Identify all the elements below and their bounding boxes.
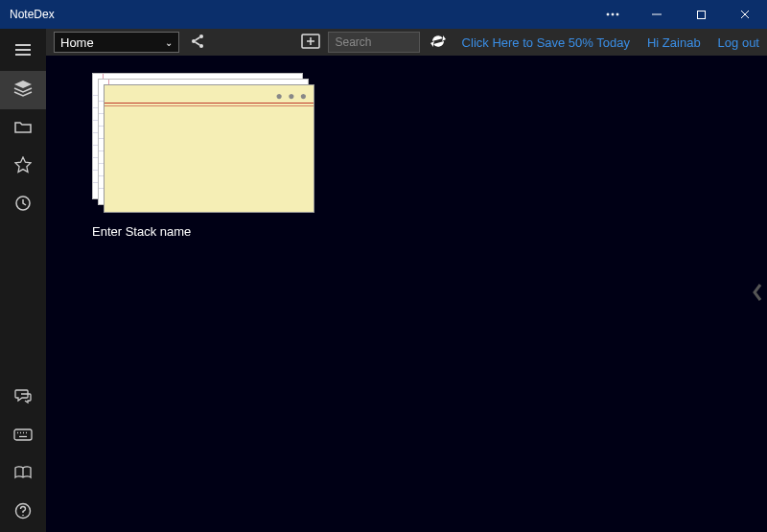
share-icon [190,34,205,52]
logout-link[interactable]: Log out [718,35,759,50]
toolbar-right-group: Click Here to Save 50% Today Hi Zainab L… [462,35,759,50]
sidebar-item-folders[interactable] [0,109,46,148]
svg-point-1 [612,13,614,15]
sidebar-item-favorites[interactable] [0,148,46,186]
sidebar-item-chat[interactable] [0,379,46,417]
svg-point-2 [616,13,618,15]
search-input[interactable] [328,32,420,53]
sync-button[interactable] [428,32,448,53]
stack-name-placeholder[interactable]: Enter Stack name [92,224,314,239]
sync-icon [430,34,447,52]
chat-icon [14,388,32,407]
svg-rect-4 [697,11,705,18]
hamburger-menu-button[interactable] [0,29,46,71]
stack-thumbnail: ● ● ● [92,73,314,215]
share-button[interactable] [187,32,207,53]
sidebar-item-recent[interactable] [0,186,46,224]
promo-link[interactable]: Click Here to Save 50% Today [462,35,630,50]
sidebar-item-keyboard[interactable] [0,417,46,455]
minimize-button[interactable] [635,0,679,29]
svg-point-21 [22,515,24,517]
user-greeting[interactable]: Hi Zainab [647,35,701,50]
svg-rect-13 [14,429,32,440]
svg-point-0 [607,13,609,15]
svg-marker-10 [14,81,32,88]
folder-icon [14,120,32,138]
keyboard-icon [13,428,33,445]
sidebar-item-help[interactable] [0,494,46,532]
svg-line-26 [196,42,200,45]
clock-icon [14,195,32,216]
app-title: NoteDex [10,8,55,21]
add-card-button[interactable] [300,32,320,53]
right-panel-toggle[interactable] [748,275,767,313]
card-front: ● ● ● [104,84,314,213]
chevron-left-icon [752,283,763,306]
svg-line-25 [196,37,200,40]
toolbar: Home ⌄ Click Here to Save 50% Today Hi Z… [46,29,767,56]
star-icon [14,156,32,177]
svg-marker-11 [15,157,31,172]
book-icon [14,466,32,483]
maximize-button[interactable] [679,0,723,29]
add-card-icon [301,34,320,52]
stack-tile[interactable]: ● ● ● Enter Stack name [92,73,314,239]
stacks-icon [13,80,33,101]
card-dots-icon: ● ● ● [276,89,308,103]
window-titlebar: NoteDex [0,0,767,29]
sidebar-item-book[interactable] [0,455,46,494]
close-button[interactable] [723,0,767,29]
location-dropdown-label: Home [60,35,94,50]
chevron-down-icon: ⌄ [165,37,173,48]
location-dropdown[interactable]: Home ⌄ [54,32,179,53]
main-content: ● ● ● Enter Stack name [46,56,767,532]
help-icon [14,502,32,523]
sidebar-item-stacks[interactable] [0,71,46,109]
more-button[interactable] [591,0,635,29]
sidebar [0,29,46,532]
